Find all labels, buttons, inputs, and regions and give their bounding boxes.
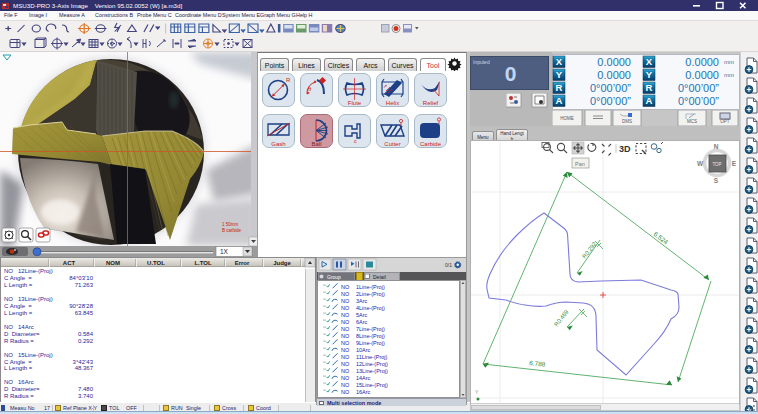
svg-text:L.TOL: L.TOL [194,260,212,266]
svg-text:θ: θ [308,86,312,92]
svg-text:R0.292: R0.292 [581,240,598,259]
svg-text:NO: NO [341,319,350,325]
svg-text:0°00’00”: 0°00’00” [678,82,719,94]
svg-text:NO: NO [341,382,350,388]
svg-text:mm: mm [724,72,734,78]
svg-text:NO: NO [341,326,350,332]
svg-text:A: A [556,95,563,106]
svg-text:12Line-(Proj): 12Line-(Proj) [356,361,388,367]
svg-text:B carbide: B carbide [222,228,242,233]
svg-text:6Arc: 6Arc [356,319,368,325]
svg-text:0°00’00”: 0°00’00” [590,82,631,94]
svg-text:R0.469: R0.469 [553,308,570,327]
svg-text:NO: NO [341,291,350,297]
svg-text:9Line-(Proj): 9Line-(Proj) [356,340,385,346]
svg-text:0°00’00”: 0°00’00” [590,95,631,107]
svg-text:A: A [646,95,653,106]
svg-text:NO: NO [341,354,350,360]
svg-text:NO: NO [341,305,350,311]
svg-text:Pan: Pan [575,161,585,167]
svg-text:5Arc: 5Arc [356,312,368,318]
svg-text:NO: NO [341,375,350,381]
svg-text:11Line-(Proj): 11Line-(Proj) [356,354,388,360]
svg-text:NOM: NOM [106,260,120,266]
svg-text:R: R [286,77,291,83]
svg-text:X: X [646,56,653,67]
svg-text:1X: 1X [220,248,229,255]
svg-text:OPT: OPT [720,119,730,124]
svg-text:NO: NO [341,389,350,395]
svg-text:c: c [354,138,357,144]
svg-text:16Arc: 16Arc [356,389,371,395]
svg-text:Y: Y [475,389,479,395]
svg-text:ACT: ACT [63,260,76,266]
svg-text:2Line-(Proj): 2Line-(Proj) [356,291,385,297]
svg-text:10Arc: 10Arc [356,347,371,353]
svg-text:3Arc: 3Arc [356,298,368,304]
svg-text:↗: ↗ [383,83,387,89]
svg-text:NO: NO [341,361,350,367]
svg-text:MCS: MCS [687,119,697,124]
svg-text:R: R [556,82,563,93]
svg-text:E: E [732,160,737,167]
svg-text:NO: NO [341,284,350,290]
svg-text:3D: 3D [619,144,631,154]
svg-text:Y: Y [646,69,653,80]
svg-text:HOME: HOME [560,116,574,121]
svg-text:NO: NO [341,333,350,339]
svg-text:W: W [697,160,704,167]
svg-text:N: N [714,143,719,150]
svg-text:NO: NO [341,368,350,374]
svg-text:0/1: 0/1 [445,262,452,268]
svg-text:Error: Error [235,260,250,266]
svg-text:NO: NO [341,312,350,318]
svg-text:6.788: 6.788 [529,359,546,368]
svg-text:NO: NO [341,298,350,304]
svg-text:0.0000: 0.0000 [685,56,719,68]
svg-text:R: R [646,82,653,93]
svg-text:DMS: DMS [622,119,632,124]
svg-text:14Arc: 14Arc [356,375,371,381]
svg-text:Judge: Judge [273,260,291,266]
svg-text:X: X [556,56,563,67]
svg-text:0.0000: 0.0000 [597,69,631,81]
svg-text:13Line-(Proj): 13Line-(Proj) [356,368,388,374]
svg-text:Y: Y [556,69,563,80]
svg-text:7Line-(Proj): 7Line-(Proj) [356,326,385,332]
svg-text:1 50mm: 1 50mm [222,222,239,227]
svg-text:U.TOL: U.TOL [147,260,165,266]
svg-text:0.0000: 0.0000 [685,69,719,81]
svg-text:15Line-(Proj): 15Line-(Proj) [356,382,388,388]
svg-text:NO: NO [341,340,350,346]
svg-text:mm: mm [724,59,734,65]
svg-text:TOP: TOP [712,162,721,167]
svg-text:1Line-(Proj): 1Line-(Proj) [356,284,385,290]
svg-text:8Line-(Proj): 8Line-(Proj) [356,333,385,339]
svg-text:4Line-(Proj): 4Line-(Proj) [356,305,385,311]
svg-text:0°00’00”: 0°00’00” [678,95,719,107]
svg-text:0.0000: 0.0000 [597,56,631,68]
svg-text:S: S [714,177,719,184]
svg-text:NO: NO [341,347,350,353]
